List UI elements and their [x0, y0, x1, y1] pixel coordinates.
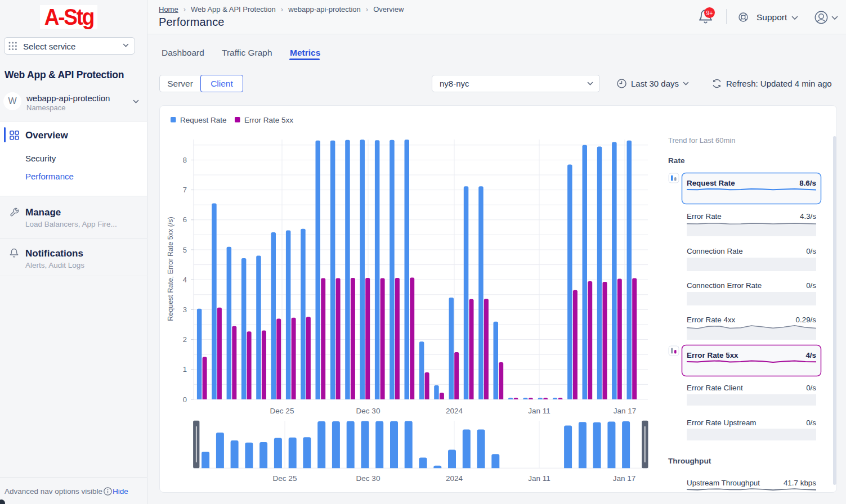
svg-text:Connection Rate: Connection Rate	[687, 247, 743, 255]
svg-text:Rate: Rate	[668, 156, 685, 165]
svg-text:Request Rate: Request Rate	[687, 179, 735, 187]
svg-text:1: 1	[183, 365, 187, 374]
svg-text:6: 6	[183, 215, 187, 224]
svg-text:4.3/s: 4.3/s	[800, 212, 816, 220]
svg-text:Request Rate, Error Rate 5xx (: Request Rate, Error Rate 5xx (/s)	[167, 217, 174, 321]
svg-text:2024: 2024	[446, 407, 463, 415]
svg-text:2: 2	[183, 335, 187, 344]
svg-text:Jan 11: Jan 11	[528, 407, 550, 415]
svg-text:0/s: 0/s	[806, 247, 816, 255]
svg-text:4/s: 4/s	[805, 351, 816, 359]
svg-text:Dec 25: Dec 25	[273, 474, 297, 483]
svg-text:Error Rate 5xx: Error Rate 5xx	[687, 351, 738, 359]
svg-text:Error Rate: Error Rate	[687, 212, 722, 220]
svg-text:Connection Error Rate: Connection Error Rate	[687, 281, 762, 290]
svg-text:Jan 17: Jan 17	[613, 474, 636, 483]
svg-text:4: 4	[183, 276, 187, 284]
svg-text:Upstream Throughput: Upstream Throughput	[687, 479, 760, 487]
svg-text:Dec 25: Dec 25	[270, 407, 294, 415]
svg-text:7: 7	[183, 186, 187, 194]
svg-text:Error Rate 4xx: Error Rate 4xx	[687, 316, 736, 324]
svg-text:0/s: 0/s	[806, 281, 816, 290]
svg-text:Error Rate 5xx: Error Rate 5xx	[244, 116, 293, 124]
svg-text:0.29/s: 0.29/s	[796, 316, 817, 324]
svg-text:Jan 11: Jan 11	[528, 474, 550, 483]
svg-text:3: 3	[183, 305, 187, 314]
svg-text:Error Rate Upstream: Error Rate Upstream	[687, 418, 757, 427]
svg-text:41.7 kbps: 41.7 kbps	[784, 479, 816, 487]
svg-text:0/s: 0/s	[806, 384, 816, 392]
svg-text:Trend for Last 60min: Trend for Last 60min	[668, 136, 735, 145]
svg-text:Jan 17: Jan 17	[614, 407, 637, 415]
svg-text:2024: 2024	[446, 474, 463, 483]
svg-text:0: 0	[183, 395, 187, 404]
svg-text:8.6/s: 8.6/s	[799, 179, 816, 187]
svg-text:Dec 30: Dec 30	[356, 474, 381, 483]
svg-text:5: 5	[183, 246, 187, 254]
svg-text:8: 8	[183, 156, 187, 164]
svg-text:Dec 30: Dec 30	[356, 407, 381, 415]
svg-text:0/s: 0/s	[806, 418, 816, 427]
svg-text:Request Rate: Request Rate	[180, 116, 227, 124]
svg-text:Throughput: Throughput	[668, 457, 711, 465]
svg-text:Error Rate Client: Error Rate Client	[687, 384, 743, 392]
